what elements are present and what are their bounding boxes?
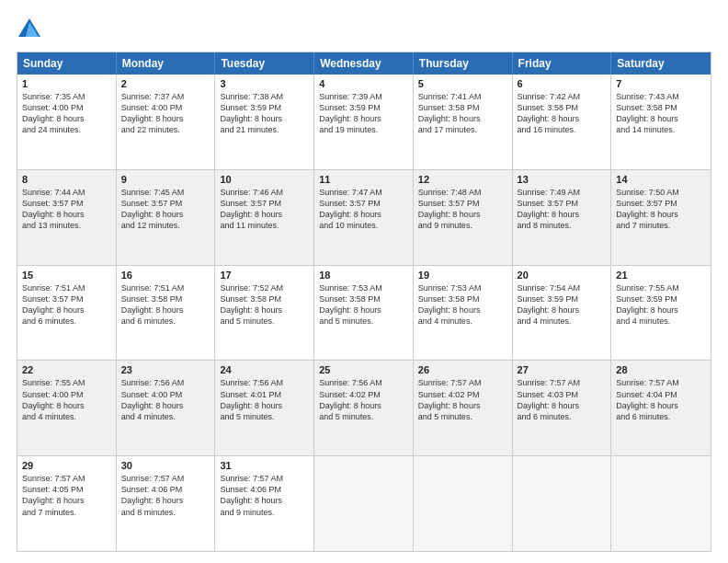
cell-text-line: Sunrise: 7:44 AM [22,187,111,198]
cell-text-line: Sunset: 3:58 PM [418,102,507,113]
cell-text-line: Daylight: 8 hours [121,495,210,506]
cell-text-line: Sunrise: 7:39 AM [319,91,408,102]
day-number: 2 [121,78,210,89]
cell-text-line: and 13 minutes. [22,220,111,231]
day-number: 23 [121,364,210,375]
cell-text-line: Daylight: 8 hours [319,304,408,316]
cell-text-line: Sunset: 4:01 PM [220,389,309,400]
cell-text-line: Sunrise: 7:50 AM [616,187,706,198]
cell-text-line: Sunset: 4:00 PM [121,389,210,400]
day-number: 28 [616,364,706,375]
cell-text-line: Sunrise: 7:57 AM [22,473,111,484]
cell-text-line: Sunrise: 7:57 AM [220,473,309,484]
cell-text-line: and 8 minutes. [518,220,607,231]
cell-text-line: Sunset: 4:00 PM [22,102,111,113]
day-number: 29 [22,460,111,471]
cell-text-line: Sunrise: 7:46 AM [220,187,309,198]
cell-text-line: Sunset: 3:59 PM [518,293,607,304]
calendar-cell: 8Sunrise: 7:44 AMSunset: 3:57 PMDaylight… [17,170,117,265]
calendar-cell: 9Sunrise: 7:45 AMSunset: 3:57 PMDaylight… [117,170,216,265]
header-day-saturday: Saturday [611,52,711,75]
day-number: 30 [121,460,210,471]
cell-text-line: and 4 minutes. [418,316,507,327]
header-day-thursday: Thursday [414,52,513,75]
day-number: 13 [518,174,607,185]
day-number: 1 [22,78,111,89]
cell-text-line: Daylight: 8 hours [22,304,111,316]
calendar-cell: 29Sunrise: 7:57 AMSunset: 4:05 PMDayligh… [17,456,117,551]
cell-text-line: Sunrise: 7:55 AM [22,377,111,388]
cell-text-line: and 6 minutes. [121,316,210,327]
header-day-friday: Friday [513,52,612,75]
day-number: 18 [319,270,408,281]
cell-text-line: Daylight: 8 hours [22,209,111,220]
cell-text-line: and 22 minutes. [121,124,210,135]
calendar-cell: 7Sunrise: 7:43 AMSunset: 3:58 PMDaylight… [611,75,711,169]
cell-text-line: Sunset: 3:57 PM [518,198,607,209]
cell-text-line: Daylight: 8 hours [518,304,607,316]
cell-text-line: Daylight: 8 hours [220,304,309,316]
calendar-cell: 28Sunrise: 7:57 AMSunset: 4:04 PMDayligh… [611,361,711,455]
cell-text-line: Sunset: 3:59 PM [616,293,706,304]
cell-text-line: Sunrise: 7:57 AM [518,377,607,388]
cell-text-line: and 7 minutes. [616,220,706,231]
calendar-cell: 20Sunrise: 7:54 AMSunset: 3:59 PMDayligh… [513,266,612,361]
logo [17,17,46,42]
day-number: 26 [418,364,507,375]
cell-text-line: Sunrise: 7:53 AM [418,282,507,293]
calendar-cell: 3Sunrise: 7:38 AMSunset: 3:59 PMDaylight… [215,75,314,169]
cell-text-line: and 7 minutes. [22,507,111,518]
calendar-cell: 4Sunrise: 7:39 AMSunset: 3:59 PMDaylight… [314,75,414,169]
cell-text-line: and 4 minutes. [518,316,607,327]
day-number: 24 [220,364,309,375]
calendar-cell: 22Sunrise: 7:55 AMSunset: 4:00 PMDayligh… [17,361,117,455]
day-number: 6 [518,78,607,89]
cell-text-line: and 5 minutes. [319,411,408,422]
header-day-monday: Monday [117,52,216,75]
header-day-sunday: Sunday [17,52,117,75]
cell-text-line: Sunrise: 7:42 AM [518,91,607,102]
calendar-cell: 10Sunrise: 7:46 AMSunset: 3:57 PMDayligh… [215,170,314,265]
cell-text-line: Sunset: 3:57 PM [220,198,309,209]
calendar-cell: 1Sunrise: 7:35 AMSunset: 4:00 PMDaylight… [17,75,117,169]
cell-text-line: Daylight: 8 hours [616,400,706,411]
cell-text-line: and 5 minutes. [220,316,309,327]
day-number: 12 [418,174,507,185]
calendar-cell [414,456,513,551]
cell-text-line: Sunset: 3:58 PM [518,102,607,113]
cell-text-line: Daylight: 8 hours [22,400,111,411]
cell-text-line: Sunrise: 7:53 AM [319,282,408,293]
cell-text-line: Sunrise: 7:43 AM [616,91,706,102]
cell-text-line: Sunrise: 7:54 AM [518,282,607,293]
cell-text-line: Daylight: 8 hours [121,113,210,124]
page: SundayMondayTuesdayWednesdayThursdayFrid… [0,0,728,563]
cell-text-line: Sunrise: 7:57 AM [418,377,507,388]
cell-text-line: Daylight: 8 hours [319,209,408,220]
day-number: 3 [220,78,309,89]
cell-text-line: and 6 minutes. [616,411,706,422]
cell-text-line: and 4 minutes. [22,411,111,422]
cell-text-line: Sunrise: 7:57 AM [616,377,706,388]
cell-text-line: and 8 minutes. [121,507,210,518]
cell-text-line: Sunrise: 7:37 AM [121,91,210,102]
cell-text-line: Sunset: 3:57 PM [418,198,507,209]
calendar-cell: 6Sunrise: 7:42 AMSunset: 3:58 PMDaylight… [513,75,612,169]
cell-text-line: Sunrise: 7:57 AM [121,473,210,484]
cell-text-line: and 5 minutes. [319,316,408,327]
cell-text-line: Sunset: 3:57 PM [319,198,408,209]
calendar-row-3: 15Sunrise: 7:51 AMSunset: 3:57 PMDayligh… [17,266,711,362]
cell-text-line: Daylight: 8 hours [418,304,507,316]
cell-text-line: Daylight: 8 hours [319,400,408,411]
cell-text-line: and 17 minutes. [418,124,507,135]
cell-text-line: Daylight: 8 hours [616,209,706,220]
cell-text-line: Sunrise: 7:47 AM [319,187,408,198]
cell-text-line: Sunset: 4:03 PM [518,389,607,400]
calendar-cell: 2Sunrise: 7:37 AMSunset: 4:00 PMDaylight… [117,75,216,169]
calendar-cell [513,456,612,551]
cell-text-line: Sunrise: 7:45 AM [121,187,210,198]
calendar-body: 1Sunrise: 7:35 AMSunset: 4:00 PMDaylight… [17,75,711,551]
cell-text-line: Sunset: 3:58 PM [220,293,309,304]
cell-text-line: Sunset: 4:02 PM [319,389,408,400]
calendar-cell: 11Sunrise: 7:47 AMSunset: 3:57 PMDayligh… [314,170,414,265]
cell-text-line: Sunset: 4:05 PM [22,484,111,495]
